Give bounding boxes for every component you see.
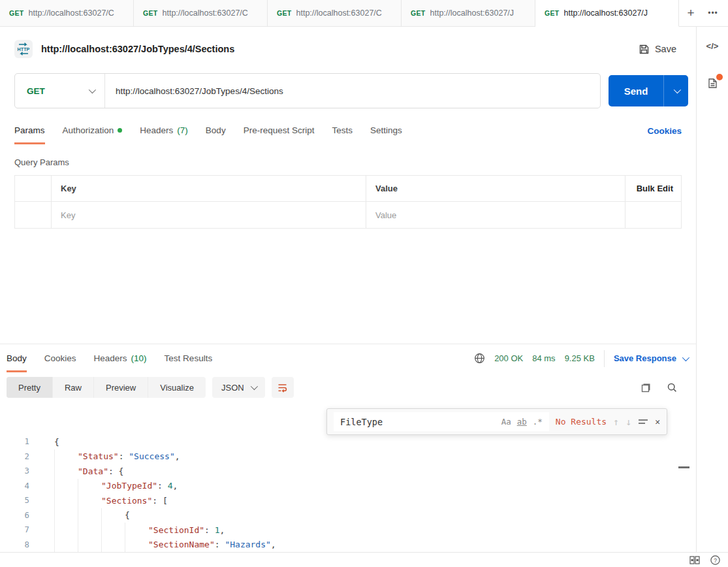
- chevron-down-icon: [250, 383, 257, 390]
- mode-preview[interactable]: Preview: [94, 377, 148, 398]
- code-token: 4: [168, 481, 173, 491]
- response-tab-cookies[interactable]: Cookies: [44, 344, 76, 372]
- language-label: JSON: [221, 383, 244, 393]
- line-number: 8: [0, 540, 37, 549]
- save-label: Save: [655, 44, 676, 54]
- code-text: {: [37, 434, 59, 449]
- browser-tab[interactable]: GEThttp://localhost:63027/J: [402, 0, 535, 27]
- headers-count-badge: (7): [177, 125, 188, 135]
- tab-tests[interactable]: Tests: [332, 117, 353, 144]
- key-column-header: Key: [52, 176, 366, 201]
- tab-prerequest-script[interactable]: Pre-request Script: [244, 117, 315, 144]
- response-tab-body[interactable]: Body: [7, 344, 27, 372]
- browser-tab[interactable]: GEThttp://localhost:63027/C: [0, 0, 134, 27]
- browser-tab[interactable]: GEThttp://localhost:63027/C: [268, 0, 402, 27]
- save-response-button[interactable]: Save Response: [614, 353, 688, 363]
- whole-word-toggle[interactable]: ab: [517, 417, 527, 427]
- code-token: "JobTypeId": [101, 481, 157, 491]
- save-button[interactable]: Save: [639, 44, 676, 55]
- select-all-cell: [15, 176, 52, 201]
- query-params-title: Query Params: [14, 157, 696, 167]
- http-request-icon: HTTP: [14, 40, 33, 58]
- indent-guide: [78, 523, 101, 538]
- tab-method-label: GET: [545, 9, 560, 17]
- value-input[interactable]: Value: [375, 210, 396, 220]
- code-line: 8"SectionName": "Hazards",: [0, 538, 696, 553]
- tab-headers[interactable]: Headers(7): [140, 117, 188, 144]
- tab-settings[interactable]: Settings: [370, 117, 402, 144]
- code-token: :: [119, 451, 129, 461]
- language-select[interactable]: JSON: [212, 377, 265, 398]
- send-button[interactable]: Send: [609, 75, 688, 106]
- panels-icon[interactable]: [689, 556, 700, 564]
- tab-method-label: GET: [277, 9, 292, 17]
- mode-pretty[interactable]: Pretty: [7, 377, 53, 398]
- code-token: :: [215, 540, 225, 549]
- tab-authorization[interactable]: Authorization: [63, 117, 123, 144]
- code-line: 2"Status": "Success",: [0, 449, 696, 464]
- browser-tab[interactable]: GEThttp://localhost:63027/C: [134, 0, 268, 27]
- code-line: 5"Sections": [: [0, 493, 696, 508]
- indent-guide: [101, 508, 125, 523]
- key-input[interactable]: Key: [61, 210, 75, 220]
- find-input[interactable]: FileType Aa ab .*: [334, 412, 549, 431]
- tab-body[interactable]: Body: [206, 117, 226, 144]
- help-icon[interactable]: ?: [710, 555, 720, 565]
- authorization-status-dot: [118, 128, 122, 133]
- method-select[interactable]: GET: [15, 74, 105, 108]
- response-tab-test-results[interactable]: Test Results: [165, 344, 213, 372]
- line-number: 2: [0, 452, 37, 461]
- divider: [604, 350, 605, 367]
- cookies-link[interactable]: Cookies: [647, 126, 682, 136]
- response-tab-body-label: Body: [7, 353, 27, 363]
- new-tab-button[interactable]: +: [681, 3, 701, 23]
- tab-url-label: http://localhost:63027/C: [29, 8, 114, 18]
- url-input[interactable]: http://localhost:63027/JobTypes/4/Sectio…: [105, 86, 600, 96]
- close-icon[interactable]: ✕: [655, 417, 660, 427]
- code-line: 3"Data": {: [0, 464, 696, 479]
- scrollbar-mark[interactable]: [678, 466, 689, 468]
- tab-method-label: GET: [143, 9, 158, 17]
- find-query-text: FileType: [340, 417, 496, 427]
- mode-raw[interactable]: Raw: [53, 377, 94, 398]
- response-body-viewer[interactable]: FileType Aa ab .* No Results ↑ ↓: [0, 402, 696, 552]
- find-options-icon[interactable]: [638, 417, 648, 427]
- request-tabs: Params Authorization Headers(7) Body Pre…: [0, 117, 696, 144]
- match-case-toggle[interactable]: Aa: [501, 417, 511, 427]
- tab-url-label: http://localhost:63027/C: [296, 8, 382, 18]
- code-token: {: [125, 510, 130, 520]
- response-tab-headers[interactable]: Headers(10): [94, 344, 147, 372]
- code-token: "Status": [78, 451, 119, 461]
- indent-guide: [54, 508, 78, 523]
- app-window: GEThttp://localhost:63027/CGEThttp://loc…: [0, 0, 728, 567]
- find-previous-button[interactable]: ↑: [613, 416, 619, 428]
- search-icon[interactable]: [661, 377, 683, 398]
- more-options-icon[interactable]: •••: [703, 3, 723, 23]
- line-number: 4: [0, 481, 37, 491]
- code-token: : [: [152, 496, 167, 506]
- save-response-label: Save Response: [614, 353, 676, 363]
- regex-toggle[interactable]: .*: [533, 417, 543, 427]
- code-text: "JobTypeId": 4,: [37, 479, 178, 494]
- mode-visualize[interactable]: Visualize: [148, 377, 206, 398]
- response-toolbar: Pretty Raw Preview Visualize JSON: [0, 373, 696, 402]
- send-options-button[interactable]: [663, 75, 688, 106]
- comments-icon[interactable]: [706, 77, 719, 91]
- browser-tab[interactable]: GEThttp://localhost:63027/J: [535, 0, 679, 27]
- line-number: 1: [0, 437, 37, 446]
- value-column-header: Value: [366, 176, 625, 201]
- tab-params[interactable]: Params: [14, 117, 45, 144]
- find-next-button[interactable]: ↓: [625, 416, 631, 428]
- code-token: "Data": [78, 466, 108, 476]
- wrap-lines-button[interactable]: [272, 377, 294, 398]
- indent-guide: [54, 464, 78, 479]
- indent-guide: [54, 538, 78, 553]
- code-token: :: [204, 525, 215, 535]
- code-snippet-icon[interactable]: </>: [706, 41, 719, 51]
- bulk-edit-button[interactable]: Bulk Edit: [637, 184, 673, 193]
- copy-icon[interactable]: [635, 377, 657, 398]
- right-sidebar: </>: [696, 27, 728, 552]
- network-globe-icon[interactable]: [474, 353, 485, 364]
- chevron-down-icon: [89, 86, 96, 93]
- response-meta: 200 OK 84 ms 9.25 KB Save Response: [474, 344, 688, 372]
